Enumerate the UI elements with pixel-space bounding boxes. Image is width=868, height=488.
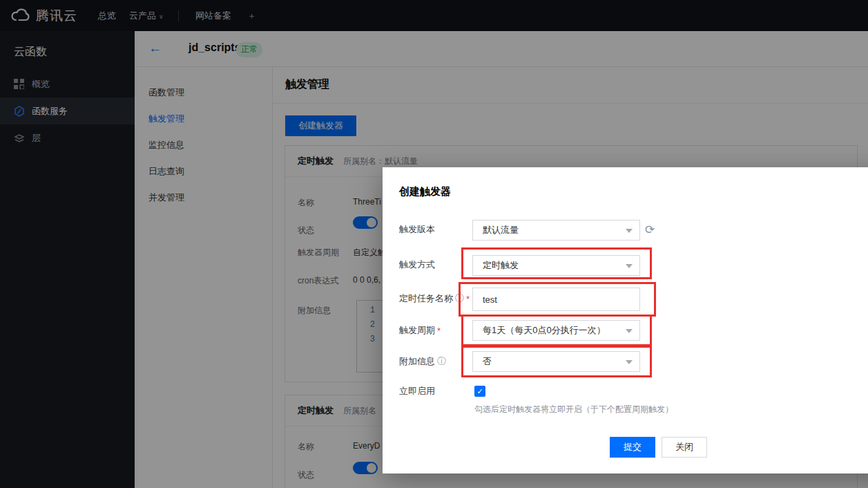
field-label-task-name: 定时任务名称 ⓘ * <box>399 292 470 305</box>
extra-info-select[interactable]: 否 <box>472 351 640 372</box>
create-trigger-modal: 创建触发器 触发版本 默认流量 ⟳ 触发方式 定时触发 定时任务名称 ⓘ * 触… <box>383 167 868 473</box>
chevron-down-icon <box>626 360 633 364</box>
enable-now-hint: 勾选后定时触发器将立即开启（于下个配置周期触发） <box>474 404 673 415</box>
required-mark: * <box>437 326 441 336</box>
trigger-type-select[interactable]: 定时触发 <box>472 255 640 276</box>
submit-button[interactable]: 提交 <box>610 437 655 458</box>
modal-title: 创建触发器 <box>399 185 451 198</box>
task-name-input[interactable] <box>472 288 640 311</box>
info-icon[interactable]: ⓘ <box>455 292 464 305</box>
field-label-extra-info: 附加信息 ⓘ <box>399 355 446 368</box>
chevron-down-icon <box>626 229 633 233</box>
field-label-trigger-type: 触发方式 <box>399 259 435 271</box>
chevron-down-icon <box>626 329 633 333</box>
field-label-trigger-cycle: 触发周期 * <box>399 324 441 337</box>
close-button[interactable]: 关闭 <box>662 437 707 458</box>
info-icon[interactable]: ⓘ <box>437 355 446 368</box>
trigger-cycle-select[interactable]: 每1天（每天0点0分执行一次） <box>472 320 640 341</box>
enable-now-checkbox[interactable]: ✓ <box>474 386 485 397</box>
field-label-trigger-version: 触发版本 <box>399 223 435 236</box>
field-label-enable-now: 立即启用 <box>399 385 435 397</box>
trigger-version-select[interactable]: 默认流量 <box>472 220 640 241</box>
required-mark: * <box>466 294 470 304</box>
refresh-icon[interactable]: ⟳ <box>645 223 655 237</box>
chevron-down-icon <box>626 264 633 268</box>
